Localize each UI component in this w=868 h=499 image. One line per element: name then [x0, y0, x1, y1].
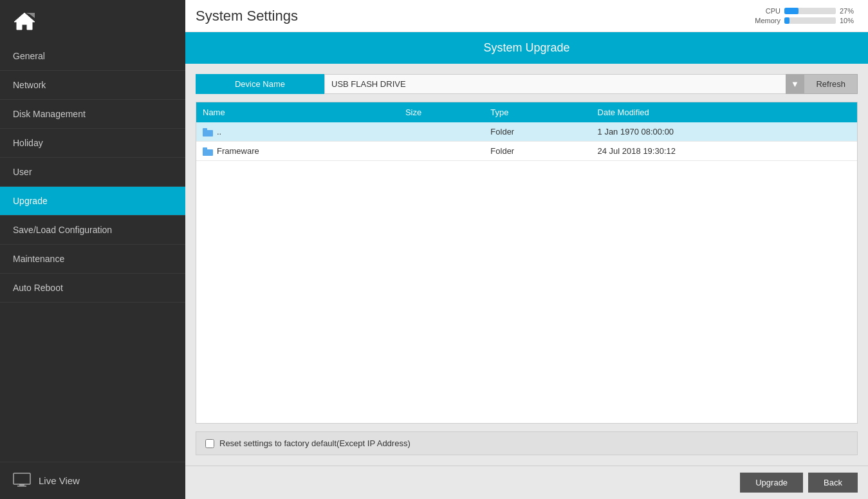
- reset-checkbox[interactable]: [205, 439, 214, 448]
- sidebar-nav: General Network Disk Management Holiday …: [0, 42, 185, 462]
- cell-type: Folder: [484, 142, 591, 161]
- sidebar-logo: [0, 0, 185, 42]
- sidebar-item-user[interactable]: User: [0, 158, 185, 187]
- home-icon[interactable]: [13, 12, 36, 33]
- sidebar-item-auto-reboot[interactable]: Auto Reboot: [0, 274, 185, 303]
- sidebar: General Network Disk Management Holiday …: [0, 0, 185, 499]
- table-row[interactable]: ..Folder1 Jan 1970 08:00:00: [196, 122, 857, 142]
- monitor-icon: [13, 473, 31, 489]
- file-table: Name Size Type Date Modified ..Folder1 J…: [196, 102, 857, 161]
- bottom-bar: Upgrade Back: [185, 466, 868, 499]
- memory-label: Memory: [751, 17, 780, 24]
- cell-size: [399, 122, 484, 142]
- cpu-bar-fill: [784, 8, 799, 14]
- cell-name: ..: [196, 122, 399, 142]
- sidebar-item-general[interactable]: General: [0, 42, 185, 71]
- svg-rect-2: [14, 473, 30, 484]
- page-title: System Settings: [196, 8, 298, 24]
- folder-icon: [203, 128, 213, 137]
- device-select[interactable]: USB FLASH DRIVE: [324, 74, 804, 94]
- cell-date: 24 Jul 2018 19:30:12: [591, 142, 857, 161]
- top-bar: System Settings CPU 27% Memory 10%: [185, 0, 868, 32]
- cpu-stat: CPU 27%: [751, 7, 858, 15]
- content-area: System Upgrade Device Name USB FLASH DRI…: [185, 32, 868, 499]
- col-size: Size: [399, 102, 484, 122]
- file-table-wrap: Name Size Type Date Modified ..Folder1 J…: [196, 102, 858, 424]
- reset-row: Reset settings to factory default(Except…: [196, 431, 858, 455]
- sidebar-item-maintenance[interactable]: Maintenance: [0, 245, 185, 274]
- main-content: System Settings CPU 27% Memory 10% Syste…: [185, 0, 868, 499]
- cell-name: Frameware: [196, 142, 399, 161]
- cell-date: 1 Jan 1970 08:00:00: [591, 122, 857, 142]
- memory-bar-bg: [784, 17, 836, 24]
- device-name-label: Device Name: [196, 74, 324, 94]
- memory-bar-fill: [784, 17, 790, 24]
- file-table-body: ..Folder1 Jan 1970 08:00:00FramewareFold…: [196, 122, 857, 161]
- memory-stat: Memory 10%: [751, 17, 858, 24]
- refresh-button[interactable]: Refresh: [804, 74, 858, 94]
- back-button[interactable]: Back: [808, 473, 858, 493]
- folder-icon: [203, 147, 213, 156]
- cpu-value: 27%: [840, 7, 858, 15]
- svg-rect-3: [19, 484, 24, 485]
- device-row: Device Name USB FLASH DRIVE ▼ Refresh: [196, 74, 858, 94]
- live-view-section[interactable]: Live View: [0, 462, 185, 499]
- table-header-row: Name Size Type Date Modified: [196, 102, 857, 122]
- device-select-wrap: USB FLASH DRIVE ▼: [324, 74, 804, 94]
- upgrade-button[interactable]: Upgrade: [740, 473, 803, 493]
- section-header: System Upgrade: [185, 32, 868, 64]
- sidebar-item-holiday[interactable]: Holiday: [0, 129, 185, 158]
- memory-value: 10%: [840, 17, 858, 24]
- col-name: Name: [196, 102, 399, 122]
- col-type: Type: [484, 102, 591, 122]
- live-view-label: Live View: [39, 475, 80, 486]
- cpu-label: CPU: [751, 7, 780, 15]
- sidebar-item-save-load[interactable]: Save/Load Configuration: [0, 216, 185, 245]
- cpu-bar-bg: [784, 8, 836, 14]
- sidebar-item-disk-management[interactable]: Disk Management: [0, 100, 185, 129]
- sidebar-item-network[interactable]: Network: [0, 71, 185, 100]
- system-stats: CPU 27% Memory 10%: [751, 7, 858, 24]
- cell-size: [399, 142, 484, 161]
- inner-content: Device Name USB FLASH DRIVE ▼ Refresh Na…: [185, 64, 868, 466]
- table-row[interactable]: FramewareFolder24 Jul 2018 19:30:12: [196, 142, 857, 161]
- cell-type: Folder: [484, 122, 591, 142]
- col-date: Date Modified: [591, 102, 857, 122]
- sidebar-item-upgrade[interactable]: Upgrade: [0, 187, 185, 216]
- reset-label: Reset settings to factory default(Except…: [219, 438, 411, 448]
